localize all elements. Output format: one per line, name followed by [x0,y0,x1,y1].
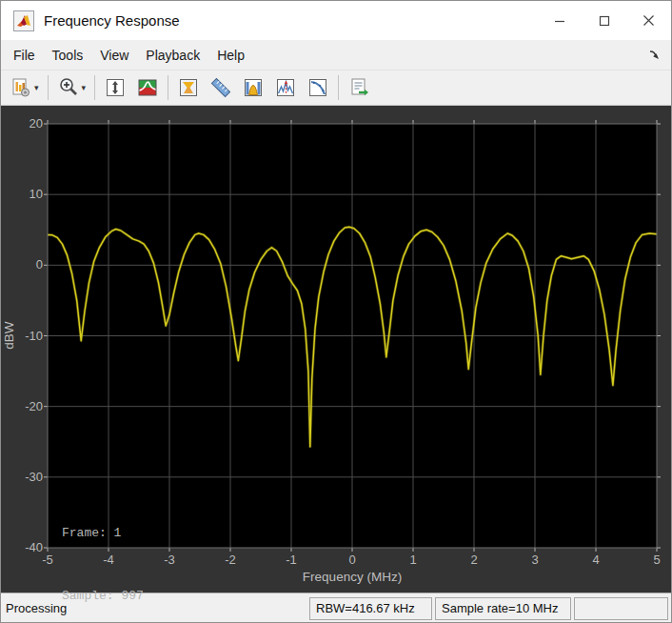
frame-counter: Frame: 1 [62,523,144,544]
y-tick-label: 10 [1,187,43,202]
spectrum-settings-icon [136,76,159,99]
channel-measurements-button[interactable] [238,73,268,102]
menu-tools[interactable]: Tools [44,43,92,68]
x-tick-label: -1 [268,553,314,568]
channel-measure-icon [242,76,265,99]
plot-panel: dBW Frequency (MHz) Frame: 1 Sample: 997… [1,106,671,593]
cursor-measurements-button[interactable] [206,73,236,102]
x-tick-label: 2 [451,553,497,568]
x-tick-label: 1 [390,553,436,568]
matlab-logo-icon [13,10,34,31]
minimize-button[interactable] [537,1,582,40]
status-message: Processing [1,601,309,615]
status-extra-field [574,597,668,620]
rbw-field: RBW=416.67 kHz [309,597,432,620]
peak-finder-button[interactable] [270,73,301,102]
sample-counter: Sample: 997 [62,586,144,607]
sample-rate-field: Sample rate=10 MHz [435,597,571,620]
toolbar-separator [168,75,168,100]
spectrum-settings-button[interactable] [132,73,163,102]
x-tick-label: -3 [147,553,192,568]
menu-help[interactable]: Help [208,43,253,68]
menu-items: FileToolsViewPlaybackHelp [5,43,253,68]
dock-icon[interactable] [641,42,667,69]
zoom-in-button[interactable]: ▾ [53,73,90,102]
x-tick-label: 5 [634,553,672,568]
x-tick-label: 4 [573,553,619,568]
spectrum-analyzer-window: Frequency Response FileToolsViewPlayback… [0,0,672,623]
titlebar: Frequency Response [1,1,671,40]
distortion-icon [306,76,329,99]
dropdown-caret-icon[interactable]: ▾ [34,83,39,92]
scale-axes-button[interactable] [100,73,130,102]
print-icon [10,76,32,99]
script-icon [347,76,370,99]
generate-script-button[interactable] [344,73,374,102]
ruler-icon [209,76,232,99]
y-tick-label: -20 [1,399,43,414]
spectral-mask-button[interactable] [173,73,204,102]
spectral-mask-icon [177,76,200,99]
y-tick-label: 0 [1,257,43,272]
menu-playback[interactable]: Playback [137,43,208,68]
distortion-measurements-button[interactable] [303,73,333,102]
x-tick-label: -2 [208,553,253,568]
y-tick-label: -10 [1,329,43,344]
print-options-button[interactable]: ▾ [6,73,43,102]
x-tick-label: -5 [25,553,70,568]
menubar: FileToolsViewPlaybackHelp [1,40,671,70]
toolbar: ▾▾ [1,70,671,106]
toolbar-separator [338,75,339,100]
dropdown-caret-icon[interactable]: ▾ [82,83,87,92]
peak-finder-icon [274,76,297,99]
toolbar-separator [94,75,95,100]
window-title: Frequency Response [44,12,537,29]
x-tick-label: -4 [86,553,131,568]
autoscale-icon [104,76,127,99]
toolbar-separator [48,75,49,100]
zoom-in-icon [57,76,80,99]
menu-view[interactable]: View [91,43,137,68]
y-tick-label: -30 [1,470,43,485]
menu-file[interactable]: File [5,43,44,68]
x-tick-label: 3 [512,553,558,568]
close-button[interactable] [626,1,671,40]
y-tick-label: 20 [1,116,43,131]
x-tick-label: 0 [329,553,375,568]
maximize-button[interactable] [582,1,626,40]
